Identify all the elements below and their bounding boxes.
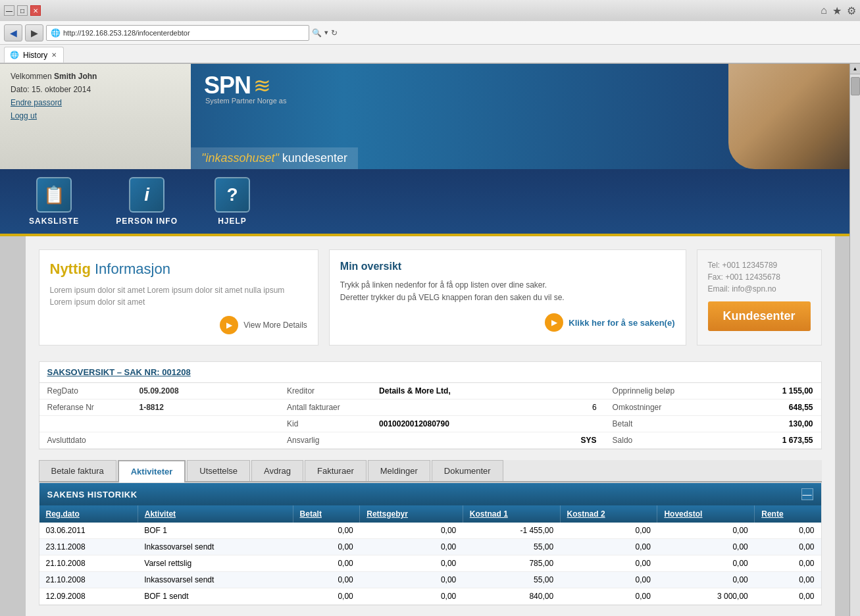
table-cell: 55,00	[463, 539, 560, 555]
klikk-button[interactable]: ▶ Klikk her for å se saken(e)	[340, 313, 675, 332]
kid-spacer-value	[132, 416, 280, 432]
hjelp-label: HJELP	[218, 217, 247, 226]
col-regdato[interactable]: Reg.dato	[39, 505, 138, 523]
table-cell: 785,00	[463, 555, 560, 572]
table-cell: 0,00	[293, 572, 360, 588]
site-header: Velkommen Smith John Dato: 15. oktober 2…	[0, 64, 860, 236]
table-cell: 21.10.2008	[39, 555, 138, 572]
ref-label: Referanse Nr	[39, 399, 132, 416]
informasjon-label: Informasjon	[95, 261, 170, 277]
nav-item-person-info[interactable]: i PERSON INFO	[97, 169, 196, 234]
scrollbar[interactable]: ▲ ▼	[849, 64, 860, 616]
kundesenter-button[interactable]: Kundesenter	[708, 301, 811, 331]
table-cell: 0,00	[293, 539, 360, 555]
toolbar-icons: ⌂ ★ ⚙	[821, 5, 856, 17]
info-row: Nyttig Informasjon Lorem ipsum dolor sit…	[39, 249, 822, 346]
table-cell: 0,00	[360, 572, 463, 588]
scroll-thumb[interactable]	[851, 77, 860, 95]
saldo-label: Saldo	[605, 432, 697, 449]
nyttig-box: Nyttig Informasjon Lorem ipsum dolor sit…	[39, 249, 318, 346]
dropdown-icon[interactable]: ▾	[324, 28, 328, 37]
header-image	[728, 64, 860, 169]
avsluttdato-value	[132, 432, 280, 449]
table-cell: 0,00	[657, 523, 755, 539]
table-cell: Inkassovarsel sendt	[138, 572, 293, 588]
col-hovedstol[interactable]: Hovedstol	[657, 505, 755, 523]
table-cell: 0,00	[755, 555, 821, 572]
address-bar[interactable]: 🌐 http://192.168.253.128/infocenterdebto…	[46, 25, 309, 41]
col-kostnad1[interactable]: Kostnad 1	[463, 505, 560, 523]
forward-button[interactable]: ▶	[25, 24, 43, 41]
table-row: Kid 0010020012080790 Betalt 130,00	[39, 416, 821, 432]
spn-logo: SPN ≋	[204, 72, 287, 99]
table-cell: 12.09.2008	[39, 588, 138, 605]
collapse-button[interactable]: —	[801, 488, 813, 500]
table-cell: -1 455,00	[463, 523, 560, 539]
maximize-button[interactable]: □	[17, 5, 28, 16]
nyttig-word: Nyttig	[50, 261, 91, 277]
browser-tab[interactable]: 🌐 History ✕	[4, 47, 64, 63]
table-cell: 0,00	[293, 588, 360, 605]
logout-link[interactable]: Logg ut	[11, 111, 180, 120]
col-rettsgebyr[interactable]: Rettsgebyr	[360, 505, 463, 523]
welcome-text: Velkommen Smith John	[11, 72, 180, 81]
tab-utsettelse[interactable]: Utsettelse	[187, 460, 250, 481]
table-row: 21.10.2008Inkassovarsel sendt0,000,0055,…	[39, 572, 821, 588]
tab-aktiviteter[interactable]: Aktiviteter	[118, 460, 186, 482]
min-oversikt-title: Min oversikt	[340, 261, 675, 272]
table-cell: 0,00	[360, 588, 463, 605]
table-cell: 0,00	[755, 539, 821, 555]
welcome-label: Velkommen	[11, 72, 52, 81]
tab-betale-faktura[interactable]: Betale faktura	[39, 460, 116, 481]
col-kostnad2[interactable]: Kostnad 2	[560, 505, 657, 523]
table-cell: 0,00	[755, 523, 821, 539]
kid-spacer-label	[39, 416, 132, 432]
refresh-button[interactable]: ↻	[331, 28, 338, 38]
page-wrapper: Velkommen Smith John Dato: 15. oktober 2…	[0, 64, 860, 616]
tab-meldinger[interactable]: Meldinger	[368, 460, 430, 481]
kreditor-label: Kreditor	[279, 383, 371, 399]
table-row: Avsluttdato Ansvarlig SYS Saldo 1 673,55	[39, 432, 821, 449]
inkasso-label: kundesenter	[282, 151, 347, 165]
tab-fakturaer[interactable]: Fakturaer	[305, 460, 367, 481]
table-cell: 840,00	[463, 588, 560, 605]
header-nav: 📋 SAKSLISTE i PERSON INFO ? HJELP	[0, 169, 860, 234]
regdato-value: 05.09.2008	[132, 383, 280, 399]
user-name: Smith John	[54, 72, 97, 81]
table-cell: 55,00	[463, 572, 560, 588]
minimize-button[interactable]: —	[4, 5, 14, 16]
col-betalt[interactable]: Betalt	[293, 505, 360, 523]
min-oversikt-text: Trykk på linken nedenfor for å få opp li…	[340, 279, 675, 304]
favorites-icon[interactable]: ★	[832, 5, 842, 17]
col-rente[interactable]: Rente	[755, 505, 821, 523]
case-header-link[interactable]: SAKSOVERSIKT – SAK NR: 001208	[47, 367, 191, 377]
scroll-up-button[interactable]: ▲	[850, 64, 860, 74]
close-button[interactable]: ✕	[30, 5, 41, 16]
search-icon[interactable]: 🔍	[312, 28, 322, 38]
nav-item-hjelp[interactable]: ? HJELP	[196, 169, 268, 234]
scroll-track	[850, 74, 860, 616]
back-button[interactable]: ◀	[4, 24, 22, 41]
address-text: http://192.168.253.128/infocenterdebtor	[63, 29, 305, 37]
case-header: SAKSOVERSIKT – SAK NR: 001208	[39, 362, 821, 383]
view-more-button[interactable]: ▶ View More Details	[50, 316, 307, 334]
change-password-link[interactable]: Endre passord	[11, 98, 180, 107]
table-cell: 23.11.2008	[39, 539, 138, 555]
inkasso-text: "inkassohuset" kundesenter	[201, 151, 347, 165]
table-cell: 0,00	[755, 588, 821, 605]
col-aktivitet[interactable]: Aktivitet	[138, 505, 293, 523]
ref-value: 1-8812	[132, 399, 280, 416]
nav-item-saksliste[interactable]: 📋 SAKSLISTE	[11, 169, 97, 234]
tab-close-button[interactable]: ✕	[51, 51, 57, 59]
logo-text: SPN	[204, 72, 251, 99]
settings-icon[interactable]: ⚙	[847, 5, 856, 17]
contact-box: Tel: +001 12345789 Fax: +001 12435678 Em…	[697, 249, 822, 346]
table-cell: 0,00	[560, 523, 657, 539]
betalt-label: Betalt	[605, 416, 697, 432]
tab-dokumenter[interactable]: Dokumenter	[432, 460, 503, 481]
table-cell: BOF 1 sendt	[138, 588, 293, 605]
tab-avdrag[interactable]: Avdrag	[251, 460, 303, 481]
home-icon[interactable]: ⌂	[821, 5, 827, 16]
nyttig-title: Nyttig Informasjon	[50, 261, 307, 278]
historikk-table: Reg.dato Aktivitet Betalt Rettsgebyr Kos…	[39, 505, 821, 605]
